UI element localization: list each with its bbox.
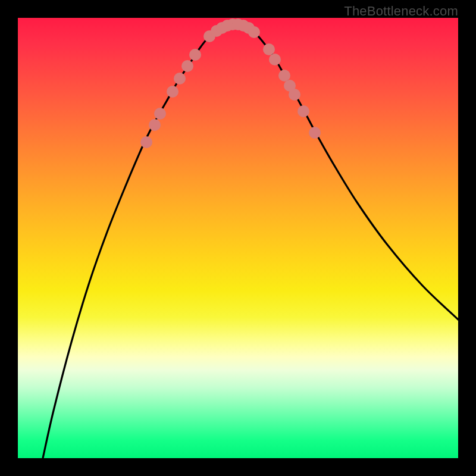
chart-container: TheBottleneck.com	[0, 0, 476, 476]
bottleneck-curve	[43, 24, 458, 458]
marker-dot	[167, 86, 178, 98]
marker-dot	[154, 108, 166, 120]
marker-dot	[189, 49, 201, 61]
highlight-markers	[140, 18, 321, 148]
marker-dot	[248, 26, 260, 38]
marker-dot	[140, 136, 152, 148]
marker-dot	[278, 70, 290, 82]
marker-dot	[174, 73, 186, 84]
marker-dot	[181, 60, 193, 72]
curve-svg	[18, 18, 458, 458]
marker-dot	[309, 127, 321, 139]
marker-dot	[269, 54, 281, 65]
marker-dot	[263, 43, 275, 55]
plot-area	[18, 18, 458, 458]
marker-dot	[298, 105, 309, 117]
marker-dot	[289, 89, 300, 101]
marker-dot	[149, 119, 161, 131]
watermark-text: TheBottleneck.com	[344, 4, 458, 19]
